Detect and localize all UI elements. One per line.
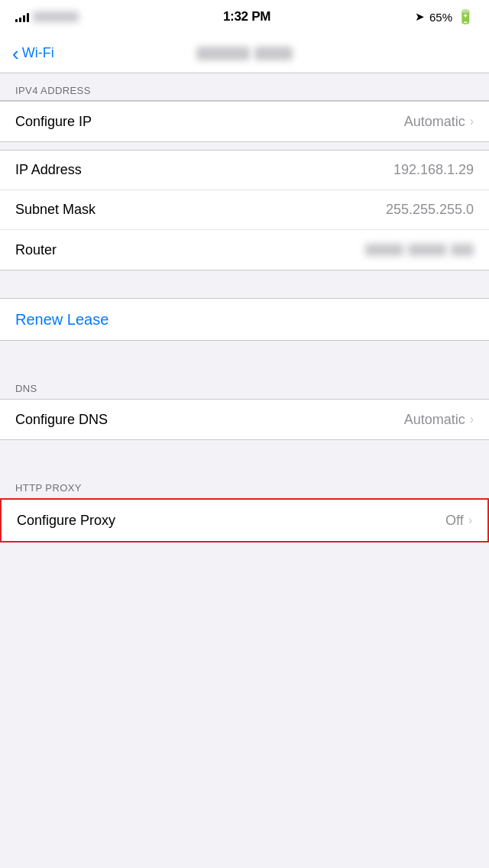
spacer-2 xyxy=(0,270,489,298)
configure-dns-chevron-icon: › xyxy=(470,413,474,426)
battery-icon: 🔋 xyxy=(457,8,474,25)
nav-title-blur-1 xyxy=(196,47,250,60)
location-icon: ➤ xyxy=(415,10,425,24)
router-value-blur-2 xyxy=(408,244,446,256)
router-value-blur-3 xyxy=(451,244,474,256)
subnet-mask-value-area: 255.255.255.0 xyxy=(386,202,474,218)
router-value-blur-1 xyxy=(365,244,403,256)
nav-title-blur-2 xyxy=(254,47,293,60)
dns-section-header: DNS xyxy=(0,368,489,399)
ipv4-section-label: IPV4 ADDRESS xyxy=(15,85,91,96)
configure-dns-section: Configure DNS Automatic › xyxy=(0,399,489,440)
http-proxy-section-header: HTTP PROXY xyxy=(0,468,489,498)
http-proxy-section-label: HTTP PROXY xyxy=(15,482,82,494)
spacer-4 xyxy=(0,440,489,468)
carrier-label xyxy=(33,11,79,22)
subnet-mask-row: Subnet Mask 255.255.255.0 xyxy=(0,190,489,230)
configure-dns-value: Automatic xyxy=(404,412,465,428)
back-button[interactable]: ‹ Wi-Fi xyxy=(12,44,54,63)
configure-proxy-row[interactable]: Configure Proxy Off › xyxy=(0,498,489,542)
configure-ip-row[interactable]: Configure IP Automatic › xyxy=(0,102,489,141)
configure-dns-row[interactable]: Configure DNS Automatic › xyxy=(0,400,489,439)
status-bar-right: ➤ 65% 🔋 xyxy=(415,8,474,25)
configure-proxy-label: Configure Proxy xyxy=(17,513,115,529)
ip-address-row: IP Address 192.168.1.29 xyxy=(0,151,489,190)
back-chevron-icon: ‹ xyxy=(12,44,19,63)
configure-proxy-chevron-icon: › xyxy=(468,513,472,527)
configure-proxy-value: Off xyxy=(445,513,464,529)
subnet-mask-label: Subnet Mask xyxy=(15,202,96,218)
ip-address-value: 192.168.1.29 xyxy=(393,162,474,178)
network-info-section: IP Address 192.168.1.29 Subnet Mask 255.… xyxy=(0,150,489,270)
renew-lease-section: Renew Lease xyxy=(0,298,489,341)
spacer-1 xyxy=(0,142,489,150)
configure-proxy-value-area: Off › xyxy=(445,513,472,529)
nav-bar: ‹ Wi-Fi xyxy=(0,34,489,73)
nav-title-area xyxy=(196,47,293,60)
ip-address-value-area: 192.168.1.29 xyxy=(393,162,474,178)
clock: 1:32 PM xyxy=(223,9,270,24)
ip-address-label: IP Address xyxy=(15,162,82,178)
renew-lease-button[interactable]: Renew Lease xyxy=(15,311,108,329)
dns-section-label: DNS xyxy=(15,383,37,394)
configure-dns-label: Configure DNS xyxy=(15,412,108,428)
configure-dns-value-area: Automatic › xyxy=(404,412,474,428)
ipv4-section-header: IPV4 ADDRESS xyxy=(0,73,489,101)
configure-ip-section: Configure IP Automatic › xyxy=(0,101,489,142)
status-bar: 1:32 PM ➤ 65% 🔋 xyxy=(0,0,489,34)
configure-ip-value-area: Automatic › xyxy=(404,114,474,130)
router-label: Router xyxy=(15,242,57,258)
signal-bars-icon xyxy=(15,11,29,22)
spacer-3 xyxy=(0,341,489,368)
configure-ip-value: Automatic xyxy=(404,114,465,130)
router-row: Router xyxy=(0,230,489,270)
status-bar-left xyxy=(15,11,79,22)
configure-ip-label: Configure IP xyxy=(15,114,92,130)
router-value-area xyxy=(365,244,474,256)
configure-ip-chevron-icon: › xyxy=(470,115,474,128)
subnet-mask-value: 255.255.255.0 xyxy=(386,202,474,218)
back-label: Wi-Fi xyxy=(22,45,54,61)
battery-percent: 65% xyxy=(429,11,452,24)
